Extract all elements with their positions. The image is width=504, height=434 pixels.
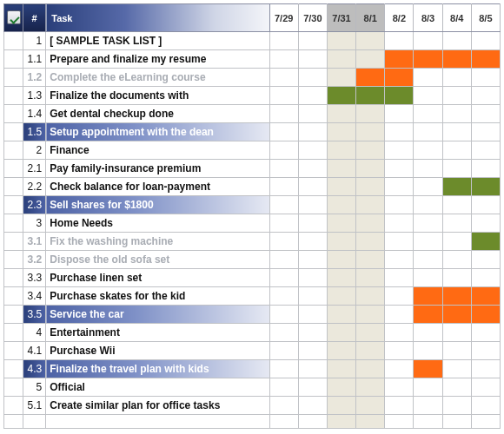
row-check-cell[interactable]: [4, 397, 23, 415]
gantt-bar-segment[interactable]: [385, 87, 414, 105]
gantt-empty-cell[interactable]: [385, 123, 414, 141]
gantt-empty-cell[interactable]: [356, 287, 385, 306]
row-task-label[interactable]: Home Needs: [46, 214, 269, 233]
gantt-bar-segment[interactable]: [442, 50, 471, 69]
gantt-empty-cell[interactable]: [269, 69, 298, 87]
gantt-empty-cell[interactable]: [327, 214, 355, 233]
row-check-cell[interactable]: [4, 32, 23, 50]
header-day[interactable]: 8/2: [385, 4, 414, 32]
row-check-cell[interactable]: [4, 269, 23, 287]
row-check-cell[interactable]: [4, 87, 23, 105]
gantt-empty-cell[interactable]: [356, 324, 385, 342]
gantt-empty-cell[interactable]: [298, 342, 327, 360]
gantt-empty-cell[interactable]: [356, 360, 385, 378]
gantt-empty-cell[interactable]: [385, 378, 414, 397]
row-task-label[interactable]: Purchase skates for the kid: [46, 287, 269, 306]
gantt-empty-cell[interactable]: [327, 178, 355, 196]
gantt-empty-cell[interactable]: [414, 178, 442, 196]
row-check-cell[interactable]: [4, 69, 23, 87]
gantt-empty-cell[interactable]: [442, 251, 471, 269]
gantt-empty-cell[interactable]: [356, 251, 385, 269]
row-check-cell[interactable]: [4, 360, 23, 378]
table-row[interactable]: 4.1Purchase Wii: [4, 342, 501, 360]
gantt-empty-cell[interactable]: [442, 196, 471, 214]
gantt-bar-segment[interactable]: [385, 69, 414, 87]
gantt-empty-cell[interactable]: [442, 69, 471, 87]
gantt-empty-cell[interactable]: [269, 141, 298, 160]
row-task-label[interactable]: [ SAMPLE TASK LIST ]: [46, 32, 269, 50]
gantt-empty-cell[interactable]: [327, 69, 355, 87]
row-task-label[interactable]: Service the car: [46, 306, 269, 324]
gantt-empty-cell[interactable]: [471, 160, 500, 178]
gantt-empty-cell[interactable]: [356, 214, 385, 233]
header-num[interactable]: #: [23, 4, 46, 32]
table-row[interactable]: 4Entertainment: [4, 324, 501, 342]
row-task-label[interactable]: Finalize the documents with: [46, 87, 269, 105]
gantt-empty-cell[interactable]: [385, 306, 414, 324]
row-task-label[interactable]: Check balance for loan-payment: [46, 178, 269, 196]
gantt-empty-cell[interactable]: [269, 287, 298, 306]
gantt-empty-cell[interactable]: [414, 214, 442, 233]
gantt-bar-segment[interactable]: [471, 233, 500, 251]
header-day[interactable]: 8/5: [471, 4, 500, 32]
gantt-empty-cell[interactable]: [298, 87, 327, 105]
gantt-empty-cell[interactable]: [414, 123, 442, 141]
gantt-empty-cell[interactable]: [471, 324, 500, 342]
table-row[interactable]: 2Finance: [4, 141, 501, 160]
gantt-empty-cell[interactable]: [269, 87, 298, 105]
table-row[interactable]: 1.1Prepare and finalize my resume: [4, 50, 501, 69]
row-check-cell[interactable]: [4, 105, 23, 123]
table-row[interactable]: 3.4Purchase skates for the kid: [4, 287, 501, 306]
gantt-empty-cell[interactable]: [356, 105, 385, 123]
table-row[interactable]: 1.3Finalize the documents with: [4, 87, 501, 105]
gantt-empty-cell[interactable]: [269, 397, 298, 415]
row-task-label[interactable]: Sell shares for $1800: [46, 196, 269, 214]
gantt-empty-cell[interactable]: [298, 105, 327, 123]
table-row[interactable]: 2.2Check balance for loan-payment: [4, 178, 501, 196]
gantt-empty-cell[interactable]: [471, 196, 500, 214]
row-check-cell[interactable]: [4, 123, 23, 141]
gantt-empty-cell[interactable]: [356, 306, 385, 324]
gantt-empty-cell[interactable]: [442, 87, 471, 105]
gantt-empty-cell[interactable]: [442, 269, 471, 287]
gantt-bar-segment[interactable]: [414, 287, 442, 306]
gantt-empty-cell[interactable]: [269, 360, 298, 378]
gantt-empty-cell[interactable]: [471, 141, 500, 160]
gantt-empty-cell[interactable]: [442, 233, 471, 251]
gantt-empty-cell[interactable]: [442, 141, 471, 160]
gantt-empty-cell[interactable]: [269, 233, 298, 251]
row-task-label[interactable]: Purchase linen set: [46, 269, 269, 287]
header-task[interactable]: Task: [46, 4, 269, 32]
gantt-empty-cell[interactable]: [269, 160, 298, 178]
gantt-empty-cell[interactable]: [327, 105, 355, 123]
gantt-empty-cell[interactable]: [356, 233, 385, 251]
gantt-empty-cell[interactable]: [327, 251, 355, 269]
gantt-empty-cell[interactable]: [327, 160, 355, 178]
gantt-table[interactable]: # Task 7/297/307/318/18/28/38/48/5 1[ SA…: [3, 3, 501, 429]
gantt-empty-cell[interactable]: [442, 32, 471, 50]
gantt-empty-cell[interactable]: [385, 196, 414, 214]
row-task-label[interactable]: Fix the washing machine: [46, 233, 269, 251]
gantt-empty-cell[interactable]: [327, 269, 355, 287]
gantt-empty-cell[interactable]: [414, 324, 442, 342]
gantt-bar-segment[interactable]: [442, 306, 471, 324]
table-row[interactable]: 1.2Complete the eLearning course: [4, 69, 501, 87]
gantt-empty-cell[interactable]: [442, 123, 471, 141]
gantt-empty-cell[interactable]: [471, 69, 500, 87]
gantt-empty-cell[interactable]: [327, 233, 355, 251]
gantt-empty-cell[interactable]: [414, 342, 442, 360]
gantt-empty-cell[interactable]: [385, 397, 414, 415]
gantt-empty-cell[interactable]: [327, 342, 355, 360]
row-check-cell[interactable]: [4, 141, 23, 160]
table-row[interactable]: 1[ SAMPLE TASK LIST ]: [4, 32, 501, 50]
gantt-empty-cell[interactable]: [385, 251, 414, 269]
gantt-empty-cell[interactable]: [269, 251, 298, 269]
gantt-empty-cell[interactable]: [269, 123, 298, 141]
gantt-empty-cell[interactable]: [414, 196, 442, 214]
table-row[interactable]: 1.5Setup appointment with the dean: [4, 123, 501, 141]
table-row[interactable]: 1.4Get dental checkup done: [4, 105, 501, 123]
gantt-empty-cell[interactable]: [298, 269, 327, 287]
table-row[interactable]: 5Official: [4, 378, 501, 397]
table-row[interactable]: 3.5Service the car: [4, 306, 501, 324]
gantt-empty-cell[interactable]: [298, 160, 327, 178]
